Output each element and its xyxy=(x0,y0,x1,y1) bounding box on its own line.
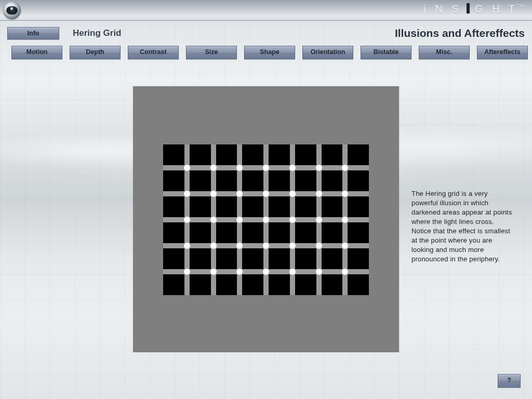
grid-dot xyxy=(289,243,296,249)
grid-dot xyxy=(342,243,348,249)
grid-dot xyxy=(342,191,348,197)
header-row: Info Hering Grid Illusions and Aftereffe… xyxy=(0,21,532,44)
grid-dot xyxy=(316,243,322,249)
tab-size[interactable]: Size xyxy=(186,46,237,59)
brand-i-bar-icon xyxy=(467,3,470,14)
grid-dot xyxy=(210,243,217,249)
grid-dot xyxy=(184,191,190,197)
grid-dot xyxy=(289,269,296,275)
brand-wordmark: i N S G H TTM xyxy=(424,3,525,15)
grid-dot xyxy=(263,191,269,197)
hering-grid xyxy=(163,144,369,295)
description-text: The Hering grid is a very powerful illus… xyxy=(411,189,515,264)
grid-dot xyxy=(342,217,348,223)
app-logo-icon xyxy=(3,2,21,19)
grid-dot xyxy=(263,269,269,275)
grid-dot xyxy=(289,191,296,197)
tab-aftereffects[interactable]: Aftereffects xyxy=(477,46,528,59)
grid-dot xyxy=(263,217,269,223)
grid-dot xyxy=(342,269,348,275)
grid-dot xyxy=(236,243,243,249)
grid-dot xyxy=(184,243,190,249)
illusion-stage xyxy=(133,86,399,352)
grid-dot xyxy=(210,217,217,223)
page-title: Illusions and Aftereffects xyxy=(395,27,525,39)
grid-dot xyxy=(236,191,243,197)
tab-shape[interactable]: Shape xyxy=(244,46,295,59)
tab-motion[interactable]: Motion xyxy=(11,46,62,59)
help-button[interactable]: ? xyxy=(498,374,521,388)
page-subtitle: Hering Grid xyxy=(73,28,122,38)
grid-dot xyxy=(184,165,190,171)
category-tabs: Motion Depth Contrast Size Shape Orienta… xyxy=(0,44,532,65)
grid-dot xyxy=(316,269,322,275)
grid-dot xyxy=(210,191,217,197)
info-button[interactable]: Info xyxy=(7,27,59,39)
grid-dot xyxy=(342,165,348,171)
grid-dot xyxy=(236,269,243,275)
tab-misc[interactable]: Misc. xyxy=(419,46,470,59)
tab-orientation[interactable]: Orientation xyxy=(302,46,353,59)
grid-dot xyxy=(263,165,269,171)
grid-dot xyxy=(263,243,269,249)
tab-contrast[interactable]: Contrast xyxy=(128,46,179,59)
grid-dot xyxy=(289,217,296,223)
grid-dot xyxy=(236,217,243,223)
grid-dot xyxy=(289,165,296,171)
grid-dot xyxy=(236,165,243,171)
grid-dot xyxy=(210,165,217,171)
grid-dot xyxy=(316,191,322,197)
grid-dot xyxy=(210,269,217,275)
grid-dot xyxy=(184,217,190,223)
grid-dot xyxy=(184,269,190,275)
grid-dot xyxy=(316,217,322,223)
tab-bistable[interactable]: Bistable xyxy=(361,46,411,59)
titlebar: i N S G H TTM xyxy=(0,0,532,21)
tab-depth[interactable]: Depth xyxy=(70,46,121,59)
grid-dot xyxy=(316,165,322,171)
